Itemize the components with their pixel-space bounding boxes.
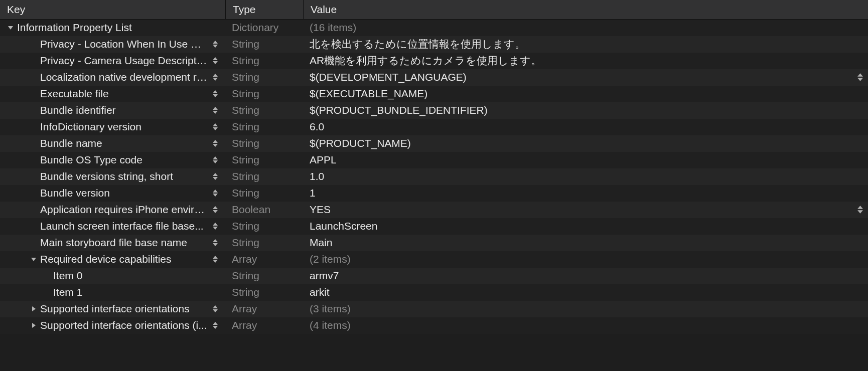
value-cell[interactable]: $(PRODUCT_BUNDLE_IDENTIFIER) — [304, 104, 868, 116]
key-cell[interactable]: Supported interface orientations — [0, 303, 226, 315]
key-cell[interactable]: Item 1 — [0, 286, 226, 298]
key-stepper-icon[interactable] — [212, 72, 219, 83]
key-cell[interactable]: Launch screen interface file base... — [0, 220, 226, 232]
key-stepper-icon[interactable] — [212, 237, 219, 248]
value-cell[interactable]: armv7 — [304, 270, 868, 282]
key-cell[interactable]: Bundle version — [0, 187, 226, 199]
key-cell[interactable]: Localization native development re... — [0, 71, 226, 83]
value-cell[interactable]: $(EXECUTABLE_NAME) — [304, 88, 868, 100]
type-cell[interactable]: String — [226, 55, 304, 67]
type-cell[interactable]: String — [226, 88, 304, 100]
type-cell[interactable]: String — [226, 220, 304, 232]
key-cell[interactable]: Information Property List — [0, 22, 226, 34]
table-row[interactable]: Bundle nameString$(PRODUCT_NAME) — [0, 135, 868, 152]
key-cell[interactable]: Item 0 — [0, 270, 226, 282]
disclosure-triangle-down-icon[interactable] — [7, 24, 14, 31]
value-cell[interactable]: 1 — [304, 187, 868, 199]
key-stepper-icon[interactable] — [212, 221, 219, 232]
table-row[interactable]: Main storyboard file base nameStringMain — [0, 235, 868, 251]
key-cell[interactable]: Bundle versions string, short — [0, 170, 226, 182]
table-row[interactable]: Bundle versionString1 — [0, 185, 868, 202]
value-cell[interactable]: AR機能を利用するためにカメラを使用します。 — [304, 54, 868, 68]
table-row[interactable]: Bundle versions string, shortString1.0 — [0, 168, 868, 185]
key-stepper-icon[interactable] — [212, 188, 219, 199]
table-row[interactable]: Item 0Stringarmv7 — [0, 268, 868, 284]
key-stepper-icon[interactable] — [212, 154, 219, 165]
table-row[interactable]: Application requires iPhone enviro...Boo… — [0, 202, 868, 218]
type-cell[interactable]: String — [226, 154, 304, 166]
value-stepper-icon[interactable] — [857, 73, 863, 81]
type-cell[interactable]: String — [226, 121, 304, 133]
key-stepper-icon[interactable] — [212, 171, 219, 182]
key-cell[interactable]: Bundle identifier — [0, 104, 226, 116]
table-row[interactable]: Launch screen interface file base...Stri… — [0, 218, 868, 235]
type-cell[interactable]: String — [226, 38, 304, 50]
type-cell[interactable]: String — [226, 137, 304, 149]
value-cell[interactable]: $(PRODUCT_NAME) — [304, 137, 868, 149]
type-cell[interactable]: String — [226, 104, 304, 116]
key-stepper-icon[interactable] — [212, 303, 219, 314]
key-cell[interactable]: Main storyboard file base name — [0, 237, 226, 249]
value-cell[interactable]: (4 items) — [304, 319, 868, 331]
key-cell[interactable]: Supported interface orientations (i... — [0, 319, 226, 331]
key-cell[interactable]: Application requires iPhone enviro... — [0, 204, 226, 216]
type-cell[interactable]: Boolean — [226, 204, 304, 216]
column-header-value[interactable]: Value — [304, 0, 868, 19]
value-stepper-icon[interactable] — [857, 206, 863, 214]
key-stepper-icon[interactable] — [212, 320, 219, 331]
table-row[interactable]: Privacy - Location When In Use Us...Stri… — [0, 36, 868, 53]
column-header-type[interactable]: Type — [226, 0, 304, 19]
table-row[interactable]: Supported interface orientationsArray(3 … — [0, 301, 868, 317]
table-row[interactable]: Localization native development re...Str… — [0, 69, 868, 86]
key-cell[interactable]: Bundle OS Type code — [0, 154, 226, 166]
table-row[interactable]: Item 1Stringarkit — [0, 284, 868, 301]
value-cell[interactable]: 6.0 — [304, 121, 868, 133]
table-row[interactable]: Bundle OS Type codeStringAPPL — [0, 152, 868, 168]
key-cell[interactable]: Privacy - Camera Usage Description — [0, 55, 226, 67]
value-cell[interactable]: 北を検出するために位置情報を使用します。 — [304, 37, 868, 51]
key-cell[interactable]: InfoDictionary version — [0, 121, 226, 133]
table-row[interactable]: Executable fileString$(EXECUTABLE_NAME) — [0, 86, 868, 102]
type-cell[interactable]: Dictionary — [226, 22, 304, 34]
table-row[interactable]: InfoDictionary versionString6.0 — [0, 119, 868, 135]
type-cell[interactable]: String — [226, 187, 304, 199]
key-cell[interactable]: Bundle name — [0, 137, 226, 149]
disclosure-triangle-right-icon[interactable] — [30, 305, 37, 312]
type-cell[interactable]: Array — [226, 253, 304, 265]
key-cell[interactable]: Privacy - Location When In Use Us... — [0, 38, 226, 50]
type-cell[interactable]: String — [226, 270, 304, 282]
disclosure-triangle-down-icon[interactable] — [30, 256, 37, 263]
disclosure-triangle-right-icon[interactable] — [30, 322, 37, 329]
value-cell[interactable]: (16 items) — [304, 22, 868, 34]
key-stepper-icon[interactable] — [212, 204, 219, 215]
value-cell[interactable]: YES — [304, 204, 868, 216]
key-cell[interactable]: Executable file — [0, 88, 226, 100]
value-cell[interactable]: Main — [304, 237, 868, 249]
value-cell[interactable]: LaunchScreen — [304, 220, 868, 232]
type-cell[interactable]: String — [226, 170, 304, 182]
value-cell[interactable]: (3 items) — [304, 303, 868, 315]
key-stepper-icon[interactable] — [212, 254, 219, 265]
type-cell[interactable]: String — [226, 237, 304, 249]
table-row[interactable]: Information Property ListDictionary(16 i… — [0, 20, 868, 36]
type-cell[interactable]: String — [226, 286, 304, 298]
value-cell[interactable]: (2 items) — [304, 253, 868, 265]
table-row[interactable]: Bundle identifierString$(PRODUCT_BUNDLE_… — [0, 102, 868, 119]
table-row[interactable]: Privacy - Camera Usage DescriptionString… — [0, 53, 868, 69]
value-cell[interactable]: $(DEVELOPMENT_LANGUAGE) — [304, 71, 868, 83]
value-cell[interactable]: arkit — [304, 286, 868, 298]
column-header-key[interactable]: Key — [0, 0, 226, 19]
type-cell[interactable]: String — [226, 71, 304, 83]
type-cell[interactable]: Array — [226, 303, 304, 315]
value-cell[interactable]: APPL — [304, 154, 868, 166]
key-stepper-icon[interactable] — [212, 105, 219, 116]
key-stepper-icon[interactable] — [212, 55, 219, 66]
key-stepper-icon[interactable] — [212, 39, 219, 50]
key-cell[interactable]: Required device capabilities — [0, 253, 226, 265]
table-row[interactable]: Required device capabilitiesArray(2 item… — [0, 251, 868, 268]
table-row[interactable]: Supported interface orientations (i...Ar… — [0, 317, 868, 334]
key-stepper-icon[interactable] — [212, 88, 219, 99]
key-stepper-icon[interactable] — [212, 138, 219, 149]
type-cell[interactable]: Array — [226, 319, 304, 331]
value-cell[interactable]: 1.0 — [304, 170, 868, 182]
